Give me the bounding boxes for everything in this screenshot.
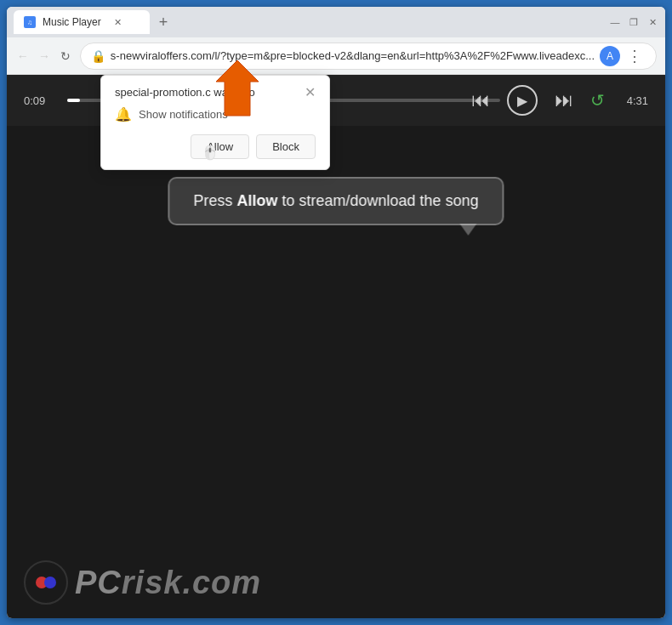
- message-prefix: Press: [193, 192, 236, 209]
- url-bar[interactable]: 🔒 s-newviraloffers.com/l/?type=m&pre=blo…: [80, 43, 657, 70]
- message-suffix: to stream/download the song: [277, 192, 478, 209]
- total-time: 4:31: [618, 94, 648, 107]
- title-bar-left: ♫ Music Player ✕ +: [14, 10, 604, 34]
- bell-icon: 🔔: [115, 106, 132, 122]
- current-time: 0:09: [24, 94, 54, 107]
- watermark-text: PCrisk.com: [75, 565, 261, 601]
- svg-marker-1: [216, 60, 259, 116]
- url-text: s-newviraloffers.com/l/?type=m&pre=block…: [111, 49, 595, 62]
- watermark: PCrisk.com: [24, 560, 261, 605]
- watermark-risk: risk.com: [122, 565, 261, 600]
- back-button[interactable]: ←: [15, 45, 30, 67]
- new-tab-button[interactable]: +: [151, 10, 175, 34]
- skip-forward-button[interactable]: ⏭: [555, 89, 573, 111]
- message-bold: Allow: [236, 192, 277, 209]
- tab-favicon: ♫: [24, 16, 36, 28]
- browser-menu-button[interactable]: ⋮: [624, 47, 646, 65]
- allow-button[interactable]: Allow: [191, 134, 249, 159]
- orange-arrow: [212, 60, 280, 123]
- song-message: Press Allow to stream/download the song: [168, 177, 504, 225]
- browser-window: ♫ Music Player ✕ + — ❐ ✕ ← → ↻ 🔒 s-newvi…: [7, 7, 665, 618]
- tab-title: Music Player: [43, 16, 101, 28]
- minimize-button[interactable]: —: [609, 16, 621, 28]
- browser-tab[interactable]: ♫ Music Player ✕: [14, 10, 150, 34]
- watermark-pc: PC: [75, 565, 122, 600]
- block-button[interactable]: Block: [256, 134, 316, 159]
- close-button[interactable]: ✕: [646, 16, 658, 28]
- window-controls: — ❐ ✕: [609, 16, 658, 28]
- forward-button[interactable]: →: [37, 45, 51, 67]
- secure-icon: 🔒: [91, 49, 105, 63]
- watermark-logo: [24, 560, 68, 605]
- refresh-button[interactable]: ↻: [59, 45, 73, 67]
- maximize-button[interactable]: ❐: [628, 16, 640, 28]
- content-area: 0:09 ⏮ ▶ ⏭ ↺ 4:31 Press Allow to stream/…: [7, 75, 665, 618]
- tab-close-button[interactable]: ✕: [111, 15, 125, 29]
- skip-back-button[interactable]: ⏮: [471, 89, 490, 111]
- play-button[interactable]: ▶: [507, 85, 538, 116]
- title-bar: ♫ Music Player ✕ + — ❐ ✕: [7, 7, 665, 37]
- address-bar: ← → ↻ 🔒 s-newviraloffers.com/l/?type=m&p…: [7, 37, 665, 75]
- url-right-controls: A ⋮: [600, 46, 646, 66]
- repeat-button[interactable]: ↺: [590, 90, 605, 111]
- svg-point-3: [44, 577, 56, 588]
- mouse-cursor: 🖱️: [202, 145, 219, 161]
- profile-icon[interactable]: A: [600, 46, 620, 66]
- progress-fill: [67, 99, 80, 102]
- notification-popup: special-promotion.c wants to ✕ 🔔 Show no…: [100, 75, 330, 170]
- popup-close-button[interactable]: ✕: [305, 86, 316, 99]
- site-name: special-promotion.c: [115, 86, 211, 99]
